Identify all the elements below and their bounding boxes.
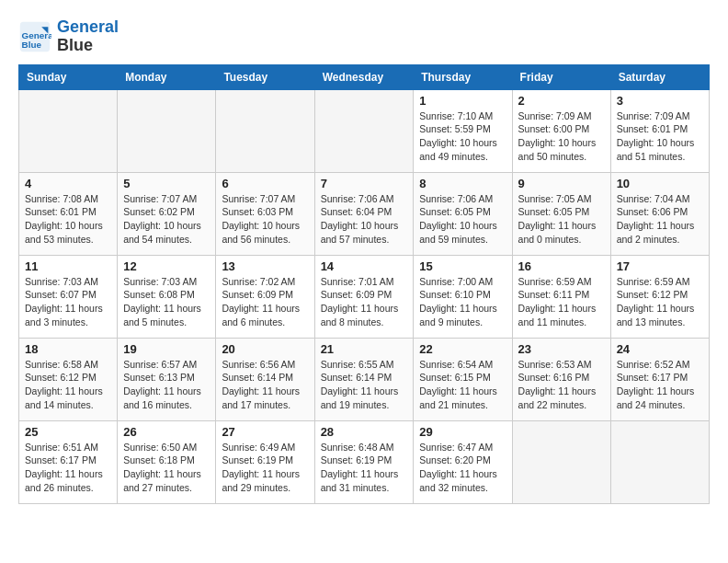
day-number: 12 — [123, 259, 210, 273]
day-number: 28 — [321, 425, 408, 439]
calendar-cell: 25Sunrise: 6:51 AM Sunset: 6:17 PM Dayli… — [19, 420, 118, 503]
day-number: 10 — [617, 177, 703, 190]
calendar-cell: 7Sunrise: 7:06 AM Sunset: 6:04 PM Daylig… — [314, 172, 414, 255]
calendar-week-3: 18Sunrise: 6:58 AM Sunset: 6:12 PM Dayli… — [19, 338, 710, 420]
calendar-cell — [19, 89, 118, 172]
calendar-cell: 15Sunrise: 7:00 AM Sunset: 6:10 PM Dayli… — [414, 255, 512, 338]
day-number: 13 — [222, 259, 308, 273]
calendar-cell — [216, 89, 314, 172]
day-info: Sunrise: 7:03 AM Sunset: 6:07 PM Dayligh… — [25, 275, 111, 329]
calendar-cell: 2Sunrise: 7:09 AM Sunset: 6:00 PM Daylig… — [512, 89, 610, 172]
day-number: 5 — [123, 177, 210, 190]
day-number: 29 — [419, 425, 506, 439]
calendar-cell: 5Sunrise: 7:07 AM Sunset: 6:02 PM Daylig… — [118, 172, 216, 255]
logo-text: GeneralBlue — [57, 18, 119, 55]
day-info: Sunrise: 6:59 AM Sunset: 6:12 PM Dayligh… — [617, 275, 703, 329]
weekday-header-monday: Monday — [118, 64, 216, 89]
day-number: 27 — [222, 425, 308, 439]
day-info: Sunrise: 6:57 AM Sunset: 6:13 PM Dayligh… — [123, 358, 210, 412]
logo-icon: General Blue — [18, 20, 51, 53]
day-info: Sunrise: 6:47 AM Sunset: 6:20 PM Dayligh… — [419, 441, 506, 495]
day-info: Sunrise: 6:50 AM Sunset: 6:18 PM Dayligh… — [123, 441, 210, 495]
day-number: 18 — [25, 342, 111, 356]
calendar-cell: 27Sunrise: 6:49 AM Sunset: 6:19 PM Dayli… — [216, 420, 314, 503]
day-info: Sunrise: 6:56 AM Sunset: 6:14 PM Dayligh… — [222, 358, 308, 412]
calendar-cell: 17Sunrise: 6:59 AM Sunset: 6:12 PM Dayli… — [610, 255, 709, 338]
weekday-header-thursday: Thursday — [414, 64, 512, 89]
day-info: Sunrise: 6:52 AM Sunset: 6:17 PM Dayligh… — [617, 358, 703, 412]
day-number: 25 — [25, 425, 111, 439]
day-info: Sunrise: 7:05 AM Sunset: 6:05 PM Dayligh… — [518, 192, 605, 247]
day-number: 3 — [617, 94, 703, 108]
day-info: Sunrise: 6:49 AM Sunset: 6:19 PM Dayligh… — [222, 441, 308, 495]
calendar-week-4: 25Sunrise: 6:51 AM Sunset: 6:17 PM Dayli… — [19, 420, 710, 503]
day-info: Sunrise: 7:02 AM Sunset: 6:09 PM Dayligh… — [222, 275, 308, 329]
calendar-cell: 11Sunrise: 7:03 AM Sunset: 6:07 PM Dayli… — [19, 255, 118, 338]
day-number: 14 — [321, 259, 408, 273]
day-number: 7 — [321, 177, 408, 190]
calendar-cell: 4Sunrise: 7:08 AM Sunset: 6:01 PM Daylig… — [19, 172, 118, 255]
calendar-week-0: 1Sunrise: 7:10 AM Sunset: 5:59 PM Daylig… — [19, 89, 710, 172]
page-header: General Blue GeneralBlue — [18, 18, 710, 55]
day-number: 26 — [123, 425, 210, 439]
day-number: 11 — [25, 259, 111, 273]
day-number: 16 — [518, 259, 605, 273]
calendar-cell: 28Sunrise: 6:48 AM Sunset: 6:19 PM Dayli… — [314, 420, 414, 503]
day-info: Sunrise: 6:51 AM Sunset: 6:17 PM Dayligh… — [25, 441, 111, 495]
day-number: 19 — [123, 342, 210, 356]
calendar-cell: 8Sunrise: 7:06 AM Sunset: 6:05 PM Daylig… — [414, 172, 512, 255]
day-number: 8 — [419, 177, 506, 190]
calendar-cell: 9Sunrise: 7:05 AM Sunset: 6:05 PM Daylig… — [512, 172, 610, 255]
day-info: Sunrise: 7:09 AM Sunset: 6:01 PM Dayligh… — [617, 109, 703, 164]
day-info: Sunrise: 7:03 AM Sunset: 6:08 PM Dayligh… — [123, 275, 210, 329]
day-number: 22 — [419, 342, 506, 356]
day-number: 9 — [518, 177, 605, 190]
calendar-week-1: 4Sunrise: 7:08 AM Sunset: 6:01 PM Daylig… — [19, 172, 710, 255]
calendar-cell: 3Sunrise: 7:09 AM Sunset: 6:01 PM Daylig… — [610, 89, 709, 172]
day-info: Sunrise: 7:06 AM Sunset: 6:05 PM Dayligh… — [419, 192, 506, 247]
calendar-cell: 23Sunrise: 6:53 AM Sunset: 6:16 PM Dayli… — [512, 338, 610, 420]
day-info: Sunrise: 7:04 AM Sunset: 6:06 PM Dayligh… — [617, 192, 703, 247]
day-number: 1 — [419, 94, 506, 108]
day-number: 20 — [222, 342, 308, 356]
day-number: 15 — [419, 259, 506, 273]
calendar-cell — [118, 89, 216, 172]
calendar-cell: 13Sunrise: 7:02 AM Sunset: 6:09 PM Dayli… — [216, 255, 314, 338]
calendar-cell: 26Sunrise: 6:50 AM Sunset: 6:18 PM Dayli… — [118, 420, 216, 503]
calendar-cell: 19Sunrise: 6:57 AM Sunset: 6:13 PM Dayli… — [118, 338, 216, 420]
day-number: 24 — [617, 342, 703, 356]
calendar-cell: 1Sunrise: 7:10 AM Sunset: 5:59 PM Daylig… — [414, 89, 512, 172]
weekday-header-friday: Friday — [512, 64, 610, 89]
svg-text:Blue: Blue — [22, 39, 42, 49]
day-info: Sunrise: 6:54 AM Sunset: 6:15 PM Dayligh… — [419, 358, 506, 412]
day-number: 21 — [321, 342, 408, 356]
calendar-cell: 21Sunrise: 6:55 AM Sunset: 6:14 PM Dayli… — [314, 338, 414, 420]
calendar-cell: 6Sunrise: 7:07 AM Sunset: 6:03 PM Daylig… — [216, 172, 314, 255]
calendar-cell: 16Sunrise: 6:59 AM Sunset: 6:11 PM Dayli… — [512, 255, 610, 338]
calendar-week-2: 11Sunrise: 7:03 AM Sunset: 6:07 PM Dayli… — [19, 255, 710, 338]
day-number: 2 — [518, 94, 605, 108]
calendar-cell: 22Sunrise: 6:54 AM Sunset: 6:15 PM Dayli… — [414, 338, 512, 420]
day-info: Sunrise: 6:53 AM Sunset: 6:16 PM Dayligh… — [518, 358, 605, 412]
calendar-cell: 29Sunrise: 6:47 AM Sunset: 6:20 PM Dayli… — [414, 420, 512, 503]
weekday-header-wednesday: Wednesday — [314, 64, 414, 89]
calendar-cell: 20Sunrise: 6:56 AM Sunset: 6:14 PM Dayli… — [216, 338, 314, 420]
day-number: 4 — [25, 177, 111, 190]
day-info: Sunrise: 7:07 AM Sunset: 6:02 PM Dayligh… — [123, 192, 210, 247]
day-info: Sunrise: 7:09 AM Sunset: 6:00 PM Dayligh… — [518, 109, 605, 164]
calendar-cell: 24Sunrise: 6:52 AM Sunset: 6:17 PM Dayli… — [610, 338, 709, 420]
calendar-cell — [314, 89, 414, 172]
day-info: Sunrise: 6:48 AM Sunset: 6:19 PM Dayligh… — [321, 441, 408, 495]
day-info: Sunrise: 7:01 AM Sunset: 6:09 PM Dayligh… — [321, 275, 408, 329]
day-info: Sunrise: 6:55 AM Sunset: 6:14 PM Dayligh… — [321, 358, 408, 412]
day-number: 17 — [617, 259, 703, 273]
day-number: 6 — [222, 177, 308, 190]
logo: General Blue GeneralBlue — [18, 18, 119, 55]
calendar-cell — [610, 420, 709, 503]
day-info: Sunrise: 7:08 AM Sunset: 6:01 PM Dayligh… — [25, 192, 111, 247]
weekday-header-saturday: Saturday — [610, 64, 709, 89]
calendar-header-row: SundayMondayTuesdayWednesdayThursdayFrid… — [19, 64, 710, 89]
day-info: Sunrise: 7:06 AM Sunset: 6:04 PM Dayligh… — [321, 192, 408, 247]
calendar-cell: 14Sunrise: 7:01 AM Sunset: 6:09 PM Dayli… — [314, 255, 414, 338]
day-info: Sunrise: 6:59 AM Sunset: 6:11 PM Dayligh… — [518, 275, 605, 329]
